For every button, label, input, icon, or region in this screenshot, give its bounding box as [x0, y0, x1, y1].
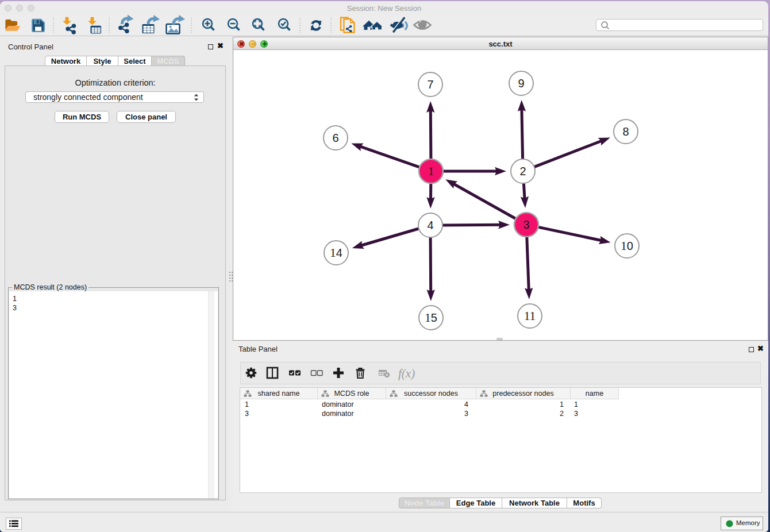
svg-text:6: 6 — [332, 132, 338, 144]
svg-text:4: 4 — [427, 219, 433, 232]
svg-text:f(x): f(x) — [398, 367, 415, 380]
svg-text:9: 9 — [518, 77, 524, 90]
svg-text:3: 3 — [523, 218, 529, 231]
svg-text:7: 7 — [427, 78, 433, 91]
svg-text:15: 15 — [425, 311, 437, 325]
svg-text:10: 10 — [621, 239, 633, 253]
svg-text:1: 1 — [428, 164, 434, 178]
svg-text:2: 2 — [519, 165, 526, 178]
svg-text:14: 14 — [330, 246, 342, 260]
svg-text:11: 11 — [524, 309, 536, 323]
svg-text:8: 8 — [622, 125, 629, 138]
